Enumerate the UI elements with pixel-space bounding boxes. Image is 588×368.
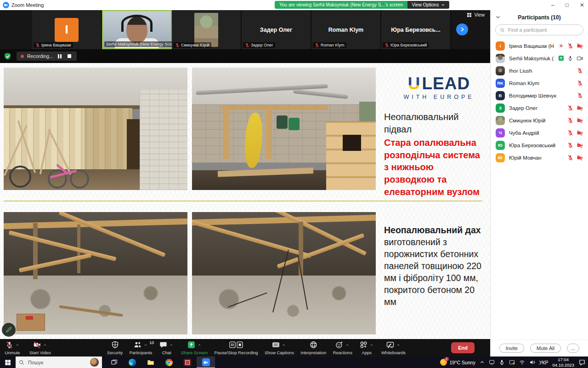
hidden-icons-chevron-icon[interactable] <box>480 360 485 365</box>
taskbar-app-edge[interactable] <box>123 356 141 368</box>
photo-detail <box>33 223 38 279</box>
collapse-panel-chevron-icon[interactable] <box>495 14 501 20</box>
participant-row[interactable]: RKRoman Klym <box>491 77 588 89</box>
caret-up-icon <box>15 343 20 347</box>
participant-row[interactable]: ВВолодимир Шевчук <box>491 89 588 102</box>
participant-row[interactable]: ЗЗадер Олег <box>491 102 588 114</box>
weather-widget[interactable]: 1 19°C Sunny <box>440 359 475 366</box>
taskbar-search[interactable] <box>16 356 102 368</box>
participant-row[interactable]: Ihor Liush <box>491 64 588 77</box>
photo-detail <box>26 316 33 320</box>
video-tile-5[interactable]: Roman KlymRoman Klym <box>311 10 381 49</box>
toolbar-icon-row <box>360 341 374 349</box>
weather-sun-icon: 1 <box>440 359 447 366</box>
taskbar-app-chrome[interactable] <box>160 356 178 368</box>
action-center-icon[interactable] <box>578 359 586 366</box>
video-tile-4[interactable]: Задер ОлегЗадер Олег <box>242 10 311 49</box>
stop-recording-button[interactable] <box>66 53 73 59</box>
invite-button[interactable]: Invite <box>499 344 524 353</box>
toolbar-button-whiteboards[interactable]: Whiteboards <box>381 341 406 355</box>
toolbar-icon-row <box>335 341 350 349</box>
taskbar-app-explorer[interactable] <box>141 356 160 368</box>
toolbar-icon-row <box>187 341 202 349</box>
pause-recording-button[interactable] <box>57 53 63 59</box>
tray-screencast-icon[interactable] <box>509 359 515 365</box>
participant-row[interactable]: Serhii Maksymiuk (New Ener... <box>491 52 588 64</box>
participant-search[interactable] <box>495 24 583 35</box>
share-screen-icon <box>187 341 195 349</box>
toolbar-button-captions[interactable]: CCShow Captions <box>265 341 294 355</box>
search-highlight-image[interactable] <box>90 358 99 367</box>
taskbar-clock[interactable]: 17:04 04.10.2023 <box>552 357 574 368</box>
taskbar-app-kompas[interactable] <box>178 356 197 368</box>
tray-wifi-icon[interactable] <box>519 359 525 365</box>
participant-status-icons <box>558 55 583 62</box>
mic-on-icon <box>567 55 573 61</box>
toolbar-button-unmute[interactable]: Unmute <box>5 341 20 355</box>
task-view-icon <box>111 359 118 366</box>
weather-badge: 1 <box>445 357 449 361</box>
participant-row[interactable]: IІрина Ващишак (Host, me) <box>491 40 588 52</box>
photo-detail <box>9 166 31 188</box>
view-button[interactable]: View <box>467 12 485 17</box>
taskbar-search-input[interactable] <box>27 359 79 366</box>
next-participants-arrow[interactable] <box>456 23 468 35</box>
interpretation-icon <box>310 341 317 349</box>
end-meeting-button[interactable]: End <box>451 342 475 353</box>
annotation-pencil-button[interactable] <box>2 323 16 337</box>
video-tile-1[interactable]: IІрина Ващишак <box>32 10 102 49</box>
chevron-down-icon <box>441 3 445 7</box>
participant-name: Юра Березовський <box>509 143 563 148</box>
participant-row[interactable]: ЮЮрій Мовчан <box>491 151 588 164</box>
toolbar-button-security[interactable]: Security <box>107 341 123 355</box>
apps-icon <box>360 341 368 349</box>
recording-dot-icon <box>21 55 24 58</box>
participant-row[interactable]: ЮЮра Березовський <box>491 139 588 151</box>
toolbar-button-start-video[interactable]: Start Video <box>29 341 51 355</box>
mute-all-button[interactable]: Mute All <box>530 344 561 353</box>
recording-label: Recording... <box>27 53 53 59</box>
tray-mic-icon[interactable] <box>499 359 505 365</box>
video-tile-2[interactable]: Serhii Maksymiuk (New Energy Scie... <box>102 10 172 49</box>
video-tile-3[interactable]: Смицнюк Юрій <box>172 10 242 49</box>
view-options-button[interactable]: View Options <box>407 1 449 9</box>
toolbar-button-interpretation[interactable]: Interpretation <box>300 341 326 355</box>
shared-screen-slide: ULEAD WITH EUROPE Неопалювальний підвал … <box>0 63 490 339</box>
minimize-button[interactable]: – <box>551 2 554 8</box>
photo-detail <box>266 108 272 160</box>
taskbar-app-zoom[interactable] <box>197 356 215 368</box>
video-strip: IІрина ВащишакSerhii Maksymiuk (New Ener… <box>0 10 490 49</box>
toolbar-button-record[interactable]: Pause/Stop Recording <box>215 341 258 355</box>
toolbar-label: Show Captions <box>265 350 294 355</box>
muted-mic-icon <box>567 105 573 111</box>
start-button[interactable] <box>0 356 16 368</box>
muted-mic-icon <box>384 43 389 47</box>
toolbar-label: Whiteboards <box>381 350 406 355</box>
toolbar-button-chat[interactable]: Chat <box>159 341 175 355</box>
tray-speaker-icon[interactable] <box>529 359 535 365</box>
close-button[interactable]: ✕ <box>580 2 584 8</box>
muted-mic-icon <box>577 80 583 86</box>
toolbar-button-participants[interactable]: 10Participants <box>130 341 153 355</box>
screen-sharing-icon <box>558 55 564 61</box>
tray-monitor-icon[interactable] <box>489 359 495 365</box>
basement-highlight: Стара опалювальна розподільча система з … <box>384 137 485 198</box>
taskbar-app-taskview[interactable] <box>105 356 123 368</box>
toolbar-button-share-screen[interactable]: Share Screen <box>181 341 208 355</box>
basement-title: Неопалювальний підвал <box>384 111 485 135</box>
photo-detail <box>221 105 328 109</box>
photo-detail <box>192 276 376 334</box>
toolbar-button-apps[interactable]: Apps <box>359 341 374 355</box>
language-indicator[interactable]: УКР <box>539 360 548 365</box>
toolbar-label: Participants <box>130 350 153 355</box>
participant-row[interactable]: ЧЧуба Андрій <box>491 126 588 139</box>
restore-button[interactable]: □ <box>565 2 569 8</box>
participant-name: Serhii Maksymiuk (New Ener... <box>509 56 554 61</box>
video-tile-6[interactable]: Юра Березовсь...Юра Березовський <box>381 10 451 49</box>
participant-search-input[interactable] <box>507 27 579 33</box>
participant-row[interactable]: Смицнюк Юрій <box>491 114 588 126</box>
toolbar-button-reactions[interactable]: Reactions <box>333 341 352 355</box>
zoom-app-icon <box>3 2 9 8</box>
more-options-button[interactable]: ... <box>567 344 579 353</box>
toolbar-label: Security <box>107 350 123 355</box>
